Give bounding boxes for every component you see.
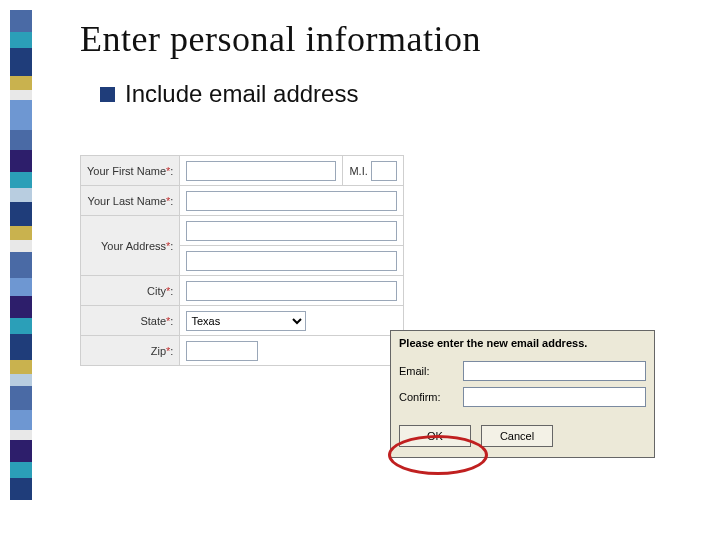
email-input[interactable] <box>463 361 646 381</box>
zip-label: Zip*: <box>81 336 180 366</box>
email-label: Email: <box>399 365 455 377</box>
email-row: Email: <box>399 361 646 381</box>
last-name-label: Your Last Name*: <box>81 186 180 216</box>
page-title: Enter personal information <box>80 18 481 60</box>
address-line1-input[interactable] <box>186 221 396 241</box>
bullet-text: Include email address <box>125 80 358 108</box>
mi-cell: M.I. <box>343 156 403 186</box>
dialog-body: Email: Confirm: <box>391 351 654 419</box>
city-input[interactable] <box>186 281 396 301</box>
first-name-input[interactable] <box>186 161 336 181</box>
address-line2-input[interactable] <box>186 251 396 271</box>
first-name-cell <box>180 156 343 186</box>
mi-input[interactable] <box>371 161 397 181</box>
last-name-input[interactable] <box>186 191 396 211</box>
bullet-item: Include email address <box>100 80 358 108</box>
city-label: City*: <box>81 276 180 306</box>
personal-info-form: Your First Name*: M.I. Your Last Name*: … <box>80 155 404 366</box>
zip-input[interactable] <box>186 341 258 361</box>
state-label: State*: <box>81 306 180 336</box>
confirm-label: Confirm: <box>399 391 455 403</box>
cancel-button[interactable]: Cancel <box>481 425 553 447</box>
dialog-title: Please enter the new email address. <box>391 331 654 351</box>
address-label: Your Address*: <box>81 216 180 276</box>
decorative-stripe <box>10 10 32 500</box>
ok-button[interactable]: OK <box>399 425 471 447</box>
confirm-input[interactable] <box>463 387 646 407</box>
state-select[interactable]: Texas <box>186 311 306 331</box>
mi-label: M.I. <box>349 165 367 177</box>
bullet-icon <box>100 87 115 102</box>
first-name-label: Your First Name*: <box>81 156 180 186</box>
confirm-row: Confirm: <box>399 387 646 407</box>
email-dialog: Please enter the new email address. Emai… <box>390 330 655 458</box>
dialog-buttons: OK Cancel <box>391 419 654 457</box>
